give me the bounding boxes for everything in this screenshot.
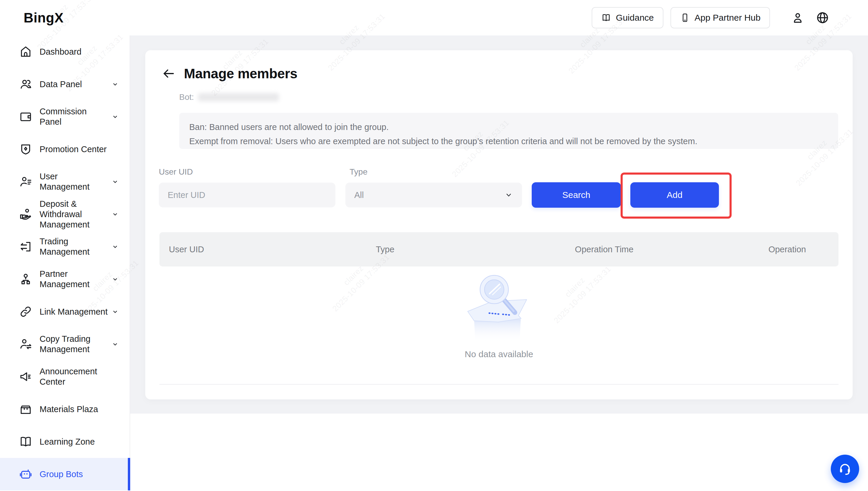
brand-logo: BingX <box>24 10 63 26</box>
sidebar-item-label: Promotion Center <box>39 144 120 154</box>
sidebar-item-copy-trading[interactable]: Copy Trading Management <box>0 328 130 360</box>
notice-banner: Ban: Banned users are not allowed to joi… <box>179 113 838 149</box>
sidebar-item-label: Announcement Center <box>39 366 120 387</box>
sidebar-item-label: Partner Management <box>39 269 108 290</box>
app-root: BingX Guidance App Partner Hub <box>0 0 868 491</box>
user-uid-input[interactable] <box>159 182 335 207</box>
chevron-down-icon <box>111 242 120 251</box>
sidebar-item-label: Group Bots <box>39 469 120 480</box>
top-header: BingX Guidance App Partner Hub <box>0 0 868 35</box>
book-icon <box>601 13 611 23</box>
sidebar-item-commission-panel[interactable]: Commission Panel <box>0 100 130 133</box>
column-header-user-uid: User UID <box>159 244 370 254</box>
sidebar-item-label: Commission Panel <box>39 106 108 127</box>
chevron-down-icon <box>111 80 120 89</box>
sidebar-item-learning-zone[interactable]: Learning Zone <box>0 426 130 458</box>
type-select-value: All <box>354 190 364 200</box>
bot-name-redacted <box>198 93 279 101</box>
empty-state: No data available <box>159 271 838 359</box>
sidebar-item-materials-plaza[interactable]: Materials Plaza <box>0 393 130 426</box>
chevron-down-icon <box>111 340 120 349</box>
phone-icon <box>680 13 690 23</box>
manage-members-card: Manage members Bot: Ban: Banned users ar… <box>145 50 852 399</box>
account-icon[interactable] <box>789 9 807 27</box>
app-partner-hub-label: App Partner Hub <box>695 13 761 23</box>
app-partner-hub-button[interactable]: App Partner Hub <box>671 7 770 28</box>
table-header: User UID Type Operation Time Operation <box>159 232 838 266</box>
language-globe-icon[interactable] <box>814 9 831 27</box>
home-icon <box>19 45 32 58</box>
sidebar-item-label: Data Panel <box>39 79 108 89</box>
sidebar-item-data-panel[interactable]: Data Panel <box>0 68 130 100</box>
search-button[interactable]: Search <box>532 182 621 208</box>
main-area: Manage members Bot: Ban: Banned users ar… <box>130 35 868 413</box>
chevron-down-icon <box>111 275 120 284</box>
users-icon <box>19 78 32 91</box>
sidebar-item-label: Materials Plaza <box>39 404 120 414</box>
sidebar-item-label: Trading Management <box>39 236 108 257</box>
sidebar-item-user-management[interactable]: User Management <box>0 166 130 198</box>
briefcase-icon <box>19 402 32 416</box>
sidebar-item-label: Copy Trading Management <box>39 334 108 354</box>
notice-line-2: Exempt from removal: Users who are exemp… <box>189 134 828 148</box>
add-button[interactable]: Add <box>630 182 719 208</box>
user-list-icon <box>19 175 32 189</box>
user-uid-label: User UID <box>159 167 193 177</box>
org-chart-icon <box>19 272 32 286</box>
header-actions: Guidance App Partner Hub <box>592 0 831 35</box>
sidebar-item-label: Link Management <box>39 307 108 317</box>
type-label: Type <box>349 167 368 177</box>
chevron-down-icon <box>111 112 120 121</box>
sidebar-item-label: Learning Zone <box>39 437 120 447</box>
book-icon <box>19 435 32 449</box>
sidebar-item-partner-management[interactable]: Partner Management <box>0 263 130 295</box>
copy-trading-icon <box>19 337 32 351</box>
sidebar: Dashboard Data Panel Commission Panel <box>0 35 130 491</box>
sidebar-item-deposit-withdrawal[interactable]: Deposit & Withdrawal Management <box>0 198 130 230</box>
sidebar-item-announcement-center[interactable]: Announcement Center <box>0 360 130 393</box>
transfer-icon <box>19 240 32 254</box>
back-arrow-icon[interactable] <box>161 66 176 81</box>
notice-line-1: Ban: Banned users are not allowed to joi… <box>189 120 828 134</box>
column-header-operation-time: Operation Time <box>513 244 696 254</box>
guidance-label: Guidance <box>616 13 654 23</box>
chevron-down-icon <box>111 177 120 186</box>
column-header-type: Type <box>370 244 513 254</box>
chevron-down-icon <box>111 210 120 219</box>
table-bottom-divider <box>159 384 838 385</box>
headset-icon <box>837 461 852 476</box>
page-title: Manage members <box>184 65 297 82</box>
sidebar-item-link-management[interactable]: Link Management <box>0 295 130 328</box>
chevron-down-icon <box>504 191 513 199</box>
chevron-down-icon <box>111 307 120 316</box>
bot-row: Bot: <box>179 92 279 102</box>
support-fab[interactable] <box>831 455 859 483</box>
sidebar-item-dashboard[interactable]: Dashboard <box>0 35 130 68</box>
empty-text: No data available <box>465 349 533 359</box>
link-icon <box>19 305 32 318</box>
megaphone-icon <box>19 370 32 383</box>
guidance-button[interactable]: Guidance <box>592 7 663 28</box>
sidebar-item-label: Dashboard <box>39 47 120 57</box>
sidebar-item-label: User Management <box>39 171 108 192</box>
column-header-operation: Operation <box>696 244 838 254</box>
no-data-illustration <box>462 271 536 345</box>
type-select[interactable]: All <box>345 182 522 207</box>
sidebar-item-trading-management[interactable]: Trading Management <box>0 230 130 263</box>
wallet-icon <box>19 110 32 123</box>
sidebar-item-group-bots[interactable]: Group Bots <box>0 458 130 490</box>
sidebar-item-promotion-center[interactable]: Promotion Center <box>0 133 130 166</box>
sidebar-item-label: Deposit & Withdrawal Management <box>39 199 108 230</box>
bot-label: Bot: <box>179 92 194 102</box>
hand-coin-icon <box>19 207 32 221</box>
title-row: Manage members <box>161 65 297 82</box>
robot-icon <box>19 467 32 481</box>
badge-icon <box>19 142 32 156</box>
